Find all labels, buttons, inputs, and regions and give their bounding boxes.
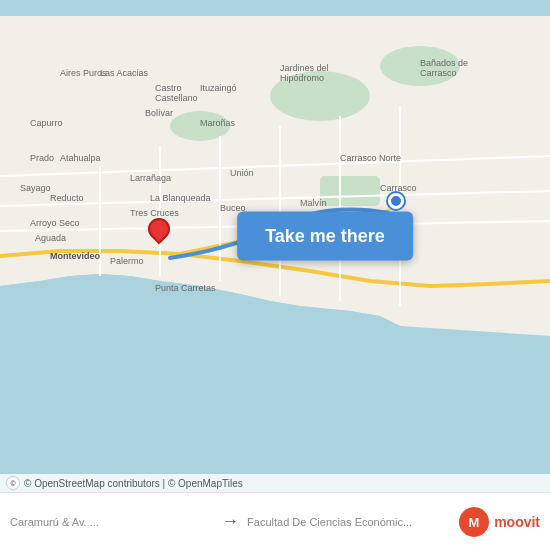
app-container: Capurro Prado Sayago Atahualpa Reducto A… [0, 0, 550, 550]
svg-text:Bañados de: Bañados de [420, 58, 468, 68]
svg-text:Hipódromo: Hipódromo [280, 73, 324, 83]
svg-text:Capurro: Capurro [30, 118, 63, 128]
map-attribution: © © OpenStreetMap contributors | © OpenM… [0, 474, 550, 492]
moovit-text: moovit [494, 514, 540, 530]
to-label: Facultad De Ciencias Económic... [247, 516, 450, 528]
svg-text:Castro: Castro [155, 83, 182, 93]
svg-text:Atahualpa: Atahualpa [60, 153, 101, 163]
moovit-icon-svg: M [458, 506, 490, 538]
map-area: Capurro Prado Sayago Atahualpa Reducto A… [0, 0, 550, 492]
svg-text:Palermo: Palermo [110, 256, 144, 266]
osm-logo: © [6, 476, 20, 490]
moovit-logo: M moovit [458, 506, 540, 538]
pin-head [143, 213, 174, 244]
route-arrow: → [213, 511, 247, 532]
svg-text:Carrasco: Carrasco [420, 68, 457, 78]
svg-rect-6 [320, 176, 380, 206]
svg-text:Larrañaga: Larrañaga [130, 173, 171, 183]
svg-text:Arroyo Seco: Arroyo Seco [30, 218, 80, 228]
svg-text:La Blanqueada: La Blanqueada [150, 193, 211, 203]
svg-text:Punta Carretas: Punta Carretas [155, 283, 216, 293]
svg-text:Montevideo: Montevideo [50, 251, 101, 261]
svg-text:Malvín: Malvín [300, 198, 327, 208]
svg-text:Sayago: Sayago [20, 183, 51, 193]
svg-text:Carrasco Norte: Carrasco Norte [340, 153, 401, 163]
svg-text:Tres Cruces: Tres Cruces [130, 208, 179, 218]
svg-text:Aguada: Aguada [35, 233, 66, 243]
attribution-text: © OpenStreetMap contributors | © OpenMap… [24, 478, 243, 489]
route-from: Caramurú & Av. ... [10, 516, 213, 528]
svg-text:Bolívar: Bolívar [145, 108, 173, 118]
svg-text:Jardines del: Jardines del [280, 63, 329, 73]
svg-text:Maroñas: Maroñas [200, 118, 236, 128]
svg-text:Las Acacias: Las Acacias [100, 68, 149, 78]
svg-text:Prado: Prado [30, 153, 54, 163]
origin-dot [388, 193, 404, 209]
svg-text:Ituzaingó: Ituzaingó [200, 83, 237, 93]
route-to: Facultad De Ciencias Económic... [247, 516, 450, 528]
svg-text:Reducto: Reducto [50, 193, 84, 203]
svg-text:Aires Puros: Aires Puros [60, 68, 107, 78]
from-label: Caramurú & Av. ... [10, 516, 213, 528]
destination-pin [148, 218, 170, 240]
svg-text:Unión: Unión [230, 168, 254, 178]
bottom-bar: Caramurú & Av. ... → Facultad De Ciencia… [0, 492, 550, 550]
svg-text:M: M [469, 515, 480, 530]
take-me-there-button[interactable]: Take me there [237, 212, 413, 261]
svg-text:Carrasco: Carrasco [380, 183, 417, 193]
svg-text:Castellano: Castellano [155, 93, 198, 103]
